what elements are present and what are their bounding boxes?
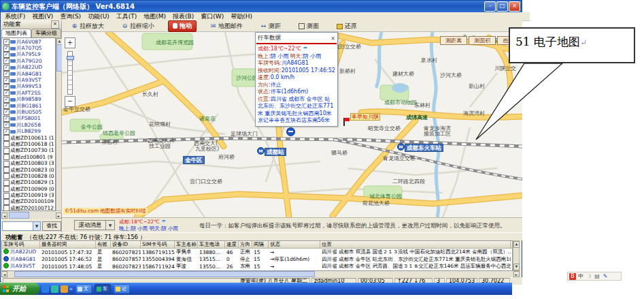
checkbox-unchecked-icon[interactable] — [3, 161, 10, 167]
scroll-thumb[interactable] — [9, 212, 29, 219]
keyboard-icon[interactable]: ▤ — [594, 273, 600, 280]
toolbar-button-ruler[interactable]: ↔测距 — [256, 21, 285, 31]
maximize-button[interactable]: □ — [496, 1, 508, 12]
column-header-速度[interactable]: 速度 — [225, 241, 239, 248]
scroll-right-icon[interactable]: ► — [513, 271, 520, 277]
checkbox-unchecked-icon[interactable] — [3, 148, 10, 154]
map-zoom-in-button[interactable]: + — [65, 37, 75, 48]
list-item[interactable]: 成都ZD100803 (3 — [3, 160, 55, 166]
list-item[interactable]: 成都zd100801 (9 — [3, 154, 55, 160]
checkbox-unchecked-icon[interactable] — [3, 141, 10, 147]
quick-launch-folder-icon[interactable] — [61, 285, 68, 293]
menu-item-t[interactable]: 工具(T) — [116, 12, 137, 21]
sidebar-close-icon[interactable]: × — [51, 20, 59, 29]
list-item[interactable]: 成都ZD20100712 — [3, 205, 55, 211]
toolbar-button-area[interactable]: 测面 — [294, 21, 323, 31]
column-header-服务器时间[interactable]: 服务器时间 — [40, 241, 96, 248]
toolbar-button-mail[interactable]: ✉地图邮件 — [206, 21, 247, 31]
tab-vehicle-groups[interactable]: 车辆分组 — [31, 29, 61, 37]
tools-icon[interactable]: ✎ — [602, 273, 609, 280]
column-header-位置[interactable]: 位置 — [320, 241, 511, 248]
checkbox-checked-icon[interactable]: ✓ — [3, 78, 10, 84]
checkbox-checked-icon[interactable]: ✓ — [3, 71, 10, 77]
list-item[interactable]: 成都ZD100730 (1 — [3, 148, 55, 154]
toolbar-button-zoom-out[interactable]: ⊖拉框缩小 — [118, 21, 158, 31]
start-button[interactable]: 开始 — [0, 283, 39, 295]
map-tool-button-0[interactable]: 测距离 — [440, 36, 467, 45]
tab-map-list[interactable]: 地图列表 — [1, 29, 31, 37]
checkbox-unchecked-icon[interactable] — [3, 154, 10, 160]
checkbox-unchecked-icon[interactable] — [3, 167, 10, 173]
list-item[interactable]: ✓川AFT2SS — [3, 90, 55, 96]
list-item[interactable]: ✓川A6V087 — [3, 39, 55, 45]
vehicle-marker-stopped[interactable] — [286, 127, 295, 136]
toolbar-button-hand[interactable]: 拖动 — [168, 20, 197, 32]
checkbox-unchecked-icon[interactable] — [3, 205, 10, 211]
map-canvas[interactable]: + − 成都花卉博览园成彭立交桥北 三 环 路 二 段长久桥泉水村新桥村建材大桥… — [62, 32, 522, 217]
menu-item-w[interactable]: 窗口(W) — [201, 12, 224, 21]
column-header-方向[interactable]: 方向 — [239, 241, 252, 248]
list-item[interactable]: ✓川FS8001 — [3, 116, 55, 122]
checkbox-checked-icon[interactable]: ✓ — [3, 97, 10, 103]
list-item[interactable]: ✓川A822UD — [3, 65, 55, 71]
list-item[interactable]: 成都ZD100909 (0 — [3, 186, 55, 192]
column-header-车主电话[interactable]: 车主电话 — [198, 241, 225, 248]
list-item[interactable]: ✓川A84G81 — [3, 71, 55, 77]
task-button-2[interactable]: 记 — [114, 284, 130, 294]
checkbox-checked-icon[interactable]: ✓ — [3, 39, 10, 45]
find-button[interactable]: 查找 — [42, 221, 61, 231]
list-item[interactable]: 成都ZD100618 (1 — [3, 141, 55, 147]
moon-icon[interactable]: ☽ — [586, 273, 592, 280]
checkbox-checked-icon[interactable]: ✓ — [3, 122, 10, 128]
close-button[interactable]: × — [509, 1, 520, 12]
map-zoom-slider[interactable] — [67, 51, 73, 95]
quick-launch-ie-icon[interactable] — [41, 285, 49, 293]
flag-marker-icon[interactable] — [343, 118, 350, 126]
vehicle-list-vscrollbar[interactable]: ▲ — [56, 37, 62, 211]
checkbox-checked-icon[interactable]: ✓ — [3, 65, 10, 71]
checkbox-checked-icon[interactable]: ✓ — [3, 116, 10, 122]
menu-item-h[interactable]: 帮助(H) — [231, 12, 252, 21]
column-header-车主名称[interactable]: 车主名称 — [175, 241, 198, 248]
checkbox-checked-icon[interactable]: ✓ — [3, 52, 10, 58]
menu-item-u[interactable]: 功能(U) — [88, 12, 109, 21]
checkbox-checked-icon[interactable]: ✓ — [3, 109, 10, 115]
table-row[interactable]: 川A84G8120101005 17:46:52是860207857413550… — [2, 256, 512, 264]
column-header-状态[interactable]: 状态 — [269, 241, 320, 248]
table-vscrollbar[interactable]: ▲ ▼ — [513, 240, 520, 271]
map-tool-button-1[interactable]: 测面积 — [469, 36, 496, 45]
checkbox-checked-icon[interactable]: ✓ — [3, 129, 10, 135]
scroll-left-icon[interactable]: ◄ — [1, 271, 7, 277]
column-header-SIM卡号码[interactable]: SIM卡号码 — [141, 241, 175, 248]
scroll-thumb[interactable] — [14, 271, 315, 277]
list-item[interactable]: 成都ZD100611 (1 — [3, 135, 55, 141]
list-item[interactable]: 成都ZD20100109 — [3, 199, 55, 205]
list-item[interactable]: ✓川A99V53 — [3, 84, 55, 90]
scroll-down-icon[interactable]: ▼ — [513, 264, 520, 270]
minimize-button[interactable]: － — [484, 1, 496, 12]
menu-item-m[interactable]: 地图(M) — [143, 12, 166, 21]
popup-close-icon[interactable]: × — [331, 35, 335, 42]
checkbox-unchecked-icon[interactable] — [3, 173, 10, 179]
checkbox-checked-icon[interactable]: ✓ — [3, 46, 10, 52]
menu-item-f[interactable]: 系统(F) — [5, 12, 25, 21]
list-item[interactable]: 成都ZD100828 (0 — [3, 173, 55, 179]
vehicle-list-hscrollbar[interactable]: ◄ ► — [1, 212, 62, 219]
task-button-1[interactable]: 车 — [95, 284, 111, 294]
column-header-间隔[interactable]: 间隔 — [252, 241, 269, 248]
title-bar[interactable]: 车辆监控客户端（网络版） Ver4.6814 － □ × — [1, 1, 522, 12]
checkbox-checked-icon[interactable]: ✓ — [3, 103, 10, 109]
list-item[interactable]: ✓川BG1861 — [3, 103, 55, 109]
quick-launch-player-icon[interactable] — [51, 285, 58, 293]
checkbox-checked-icon[interactable]: ✓ — [3, 58, 10, 64]
map-zoom-slider-thumb[interactable] — [67, 56, 74, 60]
checkbox-unchecked-icon[interactable] — [3, 193, 10, 199]
menu-item-s[interactable]: 查询(S) — [60, 12, 81, 21]
column-header-有效[interactable]: 有效 — [96, 241, 111, 248]
table-row[interactable]: 川A93V5T20101005 17:48:05是860207823015867… — [2, 263, 512, 270]
scroll-message-button[interactable]: 滚动消息 ▼ — [74, 220, 115, 230]
vehicle-search-combobox[interactable]: ▼ — [2, 221, 41, 231]
column-header-设备ID[interactable]: 设备ID — [111, 241, 141, 248]
table-hscrollbar[interactable]: ◄ ► — [1, 271, 520, 277]
checkbox-unchecked-icon[interactable] — [3, 186, 10, 192]
